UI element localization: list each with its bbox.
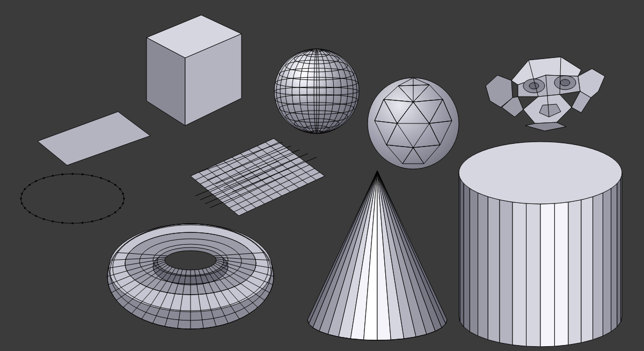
svg-point-118 (71, 173, 74, 175)
svg-point-121 (100, 177, 103, 179)
svg-point-119 (82, 173, 84, 176)
svg-point-97 (114, 211, 116, 214)
svg-point-100 (91, 221, 93, 223)
svg-point-99 (100, 218, 103, 220)
svg-marker-198 (621, 173, 622, 322)
svg-point-199 (459, 142, 622, 204)
primitive-monkey[interactable] (486, 54, 606, 131)
svg-marker-187 (500, 200, 513, 345)
svg-marker-193 (581, 196, 593, 342)
svg-marker-190 (540, 203, 554, 347)
svg-point-115 (43, 177, 45, 179)
svg-marker-185 (478, 193, 488, 340)
svg-point-112 (24, 188, 26, 191)
svg-marker-0 (38, 112, 150, 165)
svg-marker-195 (603, 188, 611, 336)
svg-point-105 (43, 218, 45, 220)
svg-marker-197 (617, 178, 621, 327)
svg-marker-89 (525, 122, 566, 131)
svg-point-122 (108, 180, 110, 182)
svg-point-131 (165, 251, 216, 270)
svg-point-110 (20, 198, 22, 200)
svg-point-125 (122, 193, 124, 195)
svg-point-94 (123, 198, 125, 200)
svg-point-103 (61, 222, 63, 224)
svg-marker-182 (460, 178, 464, 327)
svg-point-116 (52, 175, 54, 177)
svg-point-107 (28, 211, 31, 214)
primitive-cube[interactable] (134, 15, 252, 128)
svg-point-104 (52, 221, 54, 223)
svg-marker-183 (464, 184, 470, 332)
svg-point-84 (560, 79, 570, 86)
primitive-cylinder[interactable] (456, 140, 625, 349)
3d-viewport[interactable] (0, 0, 644, 351)
primitive-uv-sphere[interactable] (273, 47, 361, 136)
svg-point-95 (122, 202, 124, 204)
svg-marker-186 (488, 196, 500, 342)
svg-point-98 (108, 215, 110, 217)
svg-point-120 (91, 175, 93, 177)
svg-point-83 (529, 83, 539, 89)
primitive-ico-sphere[interactable] (365, 75, 462, 172)
svg-point-111 (21, 193, 23, 195)
svg-point-114 (35, 180, 37, 182)
svg-point-106 (35, 215, 37, 217)
svg-marker-191 (554, 202, 568, 347)
svg-marker-184 (470, 188, 478, 336)
svg-point-108 (24, 207, 26, 209)
svg-point-109 (21, 202, 23, 204)
svg-point-124 (119, 188, 121, 191)
svg-marker-189 (526, 203, 540, 347)
primitive-cone[interactable] (305, 171, 450, 342)
primitive-plane[interactable] (38, 112, 150, 165)
svg-marker-196 (611, 184, 617, 332)
svg-marker-194 (593, 193, 603, 340)
primitive-torus[interactable] (105, 217, 276, 335)
svg-point-123 (114, 184, 116, 186)
svg-marker-188 (513, 202, 526, 347)
svg-point-102 (71, 222, 74, 224)
svg-point-101 (82, 222, 84, 224)
svg-point-96 (119, 207, 121, 209)
svg-point-113 (28, 184, 31, 186)
svg-point-117 (61, 173, 63, 176)
svg-marker-192 (568, 200, 581, 345)
